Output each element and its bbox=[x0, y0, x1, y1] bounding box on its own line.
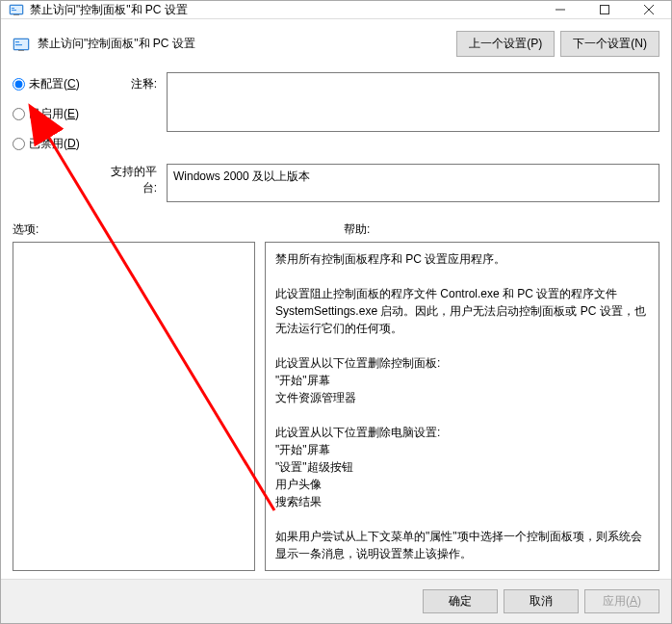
policy-title: 禁止访问"控制面板"和 PC 设置 bbox=[38, 36, 451, 52]
svg-rect-11 bbox=[15, 41, 19, 42]
button-bar: 确定 取消 应用(A) bbox=[1, 579, 671, 623]
radio-not-configured[interactable]: 未配置(C) bbox=[13, 76, 99, 92]
svg-rect-4 bbox=[13, 14, 19, 15]
radio-enabled-input[interactable] bbox=[13, 108, 25, 120]
radio-group: 未配置(C) 已启用(E) 已禁用(D) bbox=[13, 72, 99, 152]
window-controls bbox=[538, 1, 671, 18]
titlebar: 禁止访问"控制面板"和 PC 设置 bbox=[1, 1, 671, 19]
svg-rect-12 bbox=[15, 44, 22, 45]
supported-platform-box: Windows 2000 及以上版本 bbox=[167, 164, 659, 202]
config-row-platform: 支持的平台: Windows 2000 及以上版本 bbox=[13, 160, 659, 202]
svg-rect-13 bbox=[18, 50, 24, 51]
radio-enabled-label: 已启用(E) bbox=[29, 106, 79, 122]
options-label: 选项: bbox=[13, 221, 336, 238]
svg-rect-2 bbox=[12, 8, 14, 9]
radio-disabled-input[interactable] bbox=[13, 138, 25, 150]
platform-label: 支持的平台: bbox=[99, 160, 167, 196]
close-button[interactable] bbox=[627, 1, 671, 18]
svg-rect-3 bbox=[12, 10, 16, 11]
options-pane bbox=[13, 242, 255, 571]
config-row-comment: 未配置(C) 已启用(E) 已禁用(D) 注释: bbox=[13, 72, 659, 152]
svg-rect-6 bbox=[601, 6, 609, 14]
cancel-button[interactable]: 取消 bbox=[504, 589, 579, 613]
next-setting-button[interactable]: 下一个设置(N) bbox=[560, 31, 659, 57]
radio-not-configured-label: 未配置(C) bbox=[29, 76, 80, 92]
ok-button[interactable]: 确定 bbox=[423, 589, 498, 613]
maximize-button[interactable] bbox=[582, 1, 627, 18]
help-pane: 禁用所有控制面板程序和 PC 设置应用程序。 此设置阻止控制面板的程序文件 Co… bbox=[265, 242, 659, 571]
comment-label: 注释: bbox=[99, 72, 167, 92]
policy-icon bbox=[13, 36, 30, 53]
comment-textarea[interactable] bbox=[167, 72, 659, 132]
radio-enabled[interactable]: 已启用(E) bbox=[13, 106, 99, 122]
dialog-content: 禁止访问"控制面板"和 PC 设置 上一个设置(P) 下一个设置(N) 未配置(… bbox=[1, 19, 671, 579]
radio-disabled[interactable]: 已禁用(D) bbox=[13, 136, 99, 152]
radio-not-configured-input[interactable] bbox=[13, 78, 25, 91]
dialog-window: 禁止访问"控制面板"和 PC 设置 bbox=[0, 0, 672, 624]
window-title: 禁止访问"控制面板"和 PC 设置 bbox=[30, 2, 538, 18]
lower-panes: 禁用所有控制面板程序和 PC 设置应用程序。 此设置阻止控制面板的程序文件 Co… bbox=[13, 242, 659, 571]
previous-setting-button[interactable]: 上一个设置(P) bbox=[456, 31, 555, 57]
mid-labels: 选项: 帮助: bbox=[13, 221, 659, 238]
header-row: 禁止访问"控制面板"和 PC 设置 上一个设置(P) 下一个设置(N) bbox=[13, 31, 659, 57]
app-icon bbox=[9, 2, 24, 17]
help-label: 帮助: bbox=[336, 221, 659, 238]
minimize-button[interactable] bbox=[538, 1, 582, 18]
radio-disabled-label: 已禁用(D) bbox=[29, 136, 80, 152]
apply-button[interactable]: 应用(A) bbox=[584, 589, 659, 613]
